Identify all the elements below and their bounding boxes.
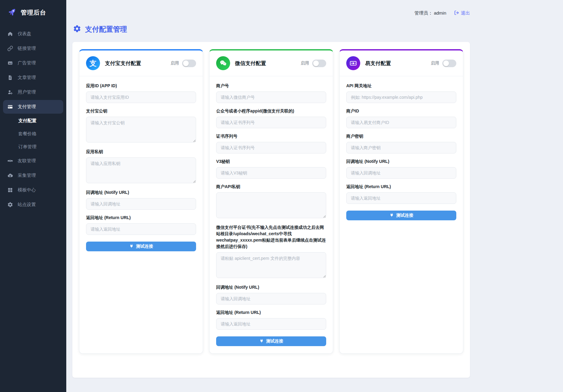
handshake-icon — [7, 158, 13, 164]
alipay-card-title: 支付宝支付配置 — [105, 60, 141, 67]
content-panel: 支支付宝支付配置启用应用ID (APP ID)支付宝公钥应用私钥回调地址 (No… — [72, 42, 470, 378]
alipay-enable-control: 启用 — [171, 60, 196, 67]
logout-button[interactable]: 退出 — [454, 10, 470, 16]
epay-card-title: 易支付配置 — [365, 60, 391, 67]
field-label: 回调地址 (Notify URL) — [346, 158, 456, 165]
toggle-knob — [313, 60, 319, 66]
wechat-test-connection-button[interactable]: 测试连接 — [216, 336, 326, 346]
field-label: 商户ID — [346, 108, 456, 114]
field-label: V3秘钥 — [216, 158, 326, 165]
alipay-field-return-url: 返回地址 (Return URL) — [86, 215, 196, 235]
topbar: 管理员：admin 退出 — [66, 0, 563, 16]
wechat-notify-url-input[interactable] — [216, 293, 326, 304]
alipay-app-id-input[interactable] — [86, 91, 196, 103]
alipay-field-public-key: 支付宝公钥 — [86, 108, 196, 144]
wechat-cert-serial-input[interactable] — [216, 142, 326, 153]
wechat-field-merchant-id: 商户号 — [216, 83, 326, 103]
field-label: API 网关地址 — [346, 83, 456, 89]
sidebar-item-label: 仪表盘 — [18, 31, 31, 37]
sidebar-item-ads[interactable]: Ad广告管理 — [3, 56, 63, 70]
epay-field-gateway-url: API 网关地址 — [346, 83, 456, 103]
field-label: 应用私钥 — [86, 149, 196, 155]
wechat-field-appid: 公众号或者小程序appid(微信支付关联的) — [216, 108, 326, 128]
alipay-notify-url-input[interactable] — [86, 198, 196, 210]
sidebar-item-links[interactable]: 链接管理 — [3, 42, 63, 55]
field-label: 公众号或者小程序appid(微信支付关联的) — [216, 108, 326, 114]
money-bill-icon — [346, 56, 360, 70]
ad-icon: Ad — [7, 60, 13, 66]
epay-merchant-key-input[interactable] — [346, 142, 456, 153]
admin-user-text: 管理员：admin — [414, 10, 446, 16]
article-icon — [7, 75, 13, 81]
sidebar-item-site-settings[interactable]: 站点设置 — [3, 198, 63, 211]
alipay-public-key-textarea[interactable] — [86, 117, 196, 143]
epay-card-body: API 网关地址商户ID商户密钥回调地址 (Notify URL)返回地址 (R… — [340, 76, 463, 353]
page-title: 支付配置管理 — [85, 25, 127, 34]
sidebar-subitem-package-price[interactable]: 套餐价格 — [3, 128, 63, 140]
enable-label: 启用 — [301, 60, 309, 66]
alipay-icon: 支 — [86, 56, 100, 70]
credit-card-icon — [7, 104, 13, 110]
toggle-knob — [183, 60, 189, 66]
epay-field-merchant-key: 商户密钥 — [346, 133, 456, 153]
sidebar-item-templates[interactable]: 模板中心 — [3, 183, 63, 197]
alipay-return-url-input[interactable] — [86, 223, 196, 235]
epay-test-connection-button[interactable]: 测试连接 — [346, 211, 456, 220]
sidebar-item-friend-links[interactable]: 友联管理 — [3, 154, 63, 168]
alipay-enable-toggle[interactable] — [182, 60, 196, 67]
main-area: 管理员：admin 退出 支付配置管理 支支付宝支付配置启用应用ID (APP … — [66, 0, 563, 392]
cloud-download-icon — [7, 173, 13, 178]
epay-gateway-url-input[interactable] — [346, 91, 456, 103]
sidebar-item-users[interactable]: 用户管理 — [3, 85, 63, 99]
sidebar-item-label: 采集管理 — [18, 173, 36, 178]
epay-field-return-url: 返回地址 (Return URL) — [346, 184, 456, 204]
gear-icon — [7, 202, 13, 208]
sidebar-item-label: 站点设置 — [18, 202, 36, 208]
wechat-field-return-url: 返回地址 (Return URL) — [216, 309, 326, 330]
sidebar-item-payments[interactable]: 支付管理 — [3, 100, 63, 114]
sidebar-item-articles[interactable]: 文章管理 — [3, 71, 63, 84]
sidebar-subitem-order-manage[interactable]: 订单管理 — [3, 141, 63, 153]
alipay-private-key-textarea[interactable] — [86, 157, 196, 183]
wechat-field-notify-url: 回调地址 (Notify URL) — [216, 284, 326, 304]
epay-notify-url-input[interactable] — [346, 167, 456, 179]
wechat-return-url-input[interactable] — [216, 318, 326, 330]
rocket-icon — [8, 7, 17, 18]
wechat-field-v3-key: V3秘钥 — [216, 158, 326, 179]
epay-merchant-id-input[interactable] — [346, 117, 456, 128]
plug-icon — [389, 213, 394, 218]
payment-cards-row: 支支付宝支付配置启用应用ID (APP ID)支付宝公钥应用私钥回调地址 (No… — [79, 49, 463, 354]
field-label: 回调地址 (Notify URL) — [216, 284, 326, 291]
sidebar-item-collect[interactable]: 采集管理 — [3, 169, 63, 182]
wechat-enable-toggle[interactable] — [312, 60, 326, 67]
user-gear-icon — [7, 89, 13, 95]
grid-icon — [7, 187, 13, 193]
app-title: 管理后台 — [21, 9, 46, 17]
sidebar-item-label: 模板中心 — [18, 187, 36, 193]
epay-enable-toggle[interactable] — [442, 60, 456, 67]
wechat-merchant-id-input[interactable] — [216, 91, 326, 103]
wechat-card-title: 微信支付配置 — [235, 60, 266, 67]
alipay-field-private-key: 应用私钥 — [86, 149, 196, 184]
field-label: 支付宝公钥 — [86, 108, 196, 114]
sidebar-subitem-pay-config[interactable]: 支付配置 — [3, 115, 63, 127]
admin-username: admin — [434, 10, 446, 15]
wechat-field-api-private-key: 商户API私钥 — [216, 184, 326, 219]
plug-icon — [129, 244, 134, 249]
alipay-test-connection-button[interactable]: 测试连接 — [86, 242, 196, 251]
wechat-field-platform-cert: 微信支付平台证书(先不输入先点击测试连接成功之后去网站根目录/uploads/w… — [216, 224, 326, 279]
field-label: 回调地址 (Notify URL) — [86, 189, 196, 196]
enable-label: 启用 — [431, 60, 439, 66]
field-label: 商户号 — [216, 83, 326, 89]
epay-field-notify-url: 回调地址 (Notify URL) — [346, 158, 456, 179]
wechat-v3-key-input[interactable] — [216, 167, 326, 179]
alipay-field-app-id: 应用ID (APP ID) — [86, 83, 196, 103]
sidebar-item-dashboard[interactable]: 仪表盘 — [3, 27, 63, 41]
wechat-platform-cert-textarea[interactable] — [216, 252, 326, 278]
wechat-api-private-key-textarea[interactable] — [216, 192, 326, 218]
sidebar-item-label: 友联管理 — [18, 158, 36, 164]
wechat-appid-input[interactable] — [216, 117, 326, 128]
wechat-icon — [216, 56, 230, 70]
epay-return-url-input[interactable] — [346, 192, 456, 204]
sidebar: 管理后台 仪表盘链接管理Ad广告管理文章管理用户管理支付管理支付配置套餐价格订单… — [0, 0, 66, 392]
